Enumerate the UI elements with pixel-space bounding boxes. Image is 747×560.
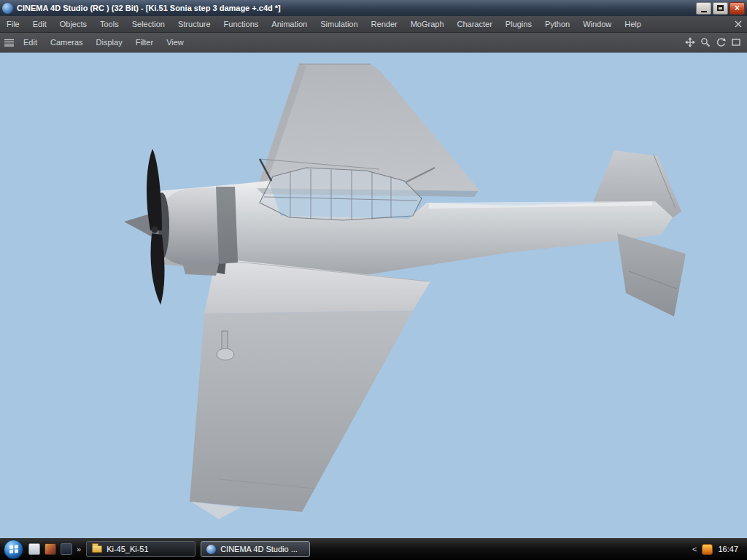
layout-icon[interactable] <box>734 20 743 28</box>
taskbar-button-folder[interactable]: Ki-45_Ki-51 <box>86 541 196 557</box>
menu-render[interactable]: Render <box>365 16 404 32</box>
menu-window[interactable]: Window <box>576 16 618 32</box>
menu-animation[interactable]: Animation <box>265 16 314 32</box>
taskbar-button-label: CINEMA 4D Studio ... <box>220 545 298 553</box>
maximize-button[interactable] <box>713 2 728 15</box>
cinema4d-icon <box>206 545 216 554</box>
viewport[interactable] <box>0 52 747 538</box>
menu-structure[interactable]: Structure <box>171 16 217 32</box>
menu-mograph[interactable]: MoGraph <box>404 16 451 32</box>
close-icon: × <box>735 4 740 12</box>
menu-edit[interactable]: Edit <box>26 16 53 32</box>
system-tray: < 16:47 <box>692 544 743 555</box>
app-icon <box>2 3 13 14</box>
quicklaunch-overflow-chevron[interactable]: » <box>77 545 81 553</box>
taskbar-button-cinema4d[interactable]: CINEMA 4D Studio ... <box>201 541 310 557</box>
menu-plugins[interactable]: Plugins <box>499 16 538 32</box>
close-button[interactable]: × <box>729 2 745 15</box>
taskbar: » Ki-45_Ki-51 CINEMA 4D Studio ... < 16:… <box>0 538 747 560</box>
tray-icon[interactable] <box>702 544 713 555</box>
desktop: CINEMA 4D Studio (RC ) (32 Bit) - [Ki.51… <box>0 0 747 560</box>
viewport-menu-edit[interactable]: Edit <box>17 33 44 52</box>
viewport-menu-view[interactable]: View <box>160 33 190 52</box>
folder-icon <box>92 545 102 553</box>
quick-launch: » <box>28 543 81 555</box>
menu-functions[interactable]: Functions <box>217 16 266 32</box>
menu-tools[interactable]: Tools <box>93 16 125 32</box>
minimize-icon <box>701 11 707 12</box>
menu-simulation[interactable]: Simulation <box>314 16 364 32</box>
minimize-button[interactable] <box>696 2 711 15</box>
menu-character[interactable]: Character <box>451 16 499 32</box>
viewport-menu-bar: Edit Cameras Display Filter View <box>0 33 747 52</box>
menu-selection[interactable]: Selection <box>125 16 171 32</box>
quicklaunch-icon-1[interactable] <box>28 543 40 555</box>
menu-objects[interactable]: Objects <box>53 16 93 32</box>
menu-file[interactable]: File <box>0 16 26 32</box>
viewport-menu-display[interactable]: Display <box>90 33 129 52</box>
toggle-view-icon[interactable] <box>731 37 741 47</box>
viewport-menu-filter[interactable]: Filter <box>129 33 160 52</box>
quicklaunch-icon-2[interactable] <box>44 543 56 555</box>
window-title: CINEMA 4D Studio (RC ) (32 Bit) - [Ki.51… <box>17 4 692 12</box>
hidden-icons-chevron[interactable]: < <box>692 545 697 553</box>
maximize-icon <box>717 5 724 11</box>
taskbar-clock: 16:47 <box>718 545 738 553</box>
taskbar-button-label: Ki-45_Ki-51 <box>107 545 148 553</box>
start-button[interactable] <box>4 540 23 559</box>
quicklaunch-icon-3[interactable] <box>61 543 72 555</box>
window-titlebar[interactable]: CINEMA 4D Studio (RC ) (32 Bit) - [Ki.51… <box>0 0 747 16</box>
viewport-canvas[interactable] <box>0 52 747 538</box>
menu-help[interactable]: Help <box>618 16 648 32</box>
menu-python[interactable]: Python <box>538 16 576 32</box>
zoom-view-icon[interactable] <box>700 37 711 47</box>
viewport-menu-cameras[interactable]: Cameras <box>44 33 90 52</box>
viewport-panel-icon[interactable] <box>4 39 14 47</box>
pan-view-icon[interactable] <box>685 37 695 47</box>
rotate-view-icon[interactable] <box>716 37 726 47</box>
windows-flag-icon <box>9 545 18 553</box>
main-menu-bar: File Edit Objects Tools Selection Struct… <box>0 16 747 33</box>
